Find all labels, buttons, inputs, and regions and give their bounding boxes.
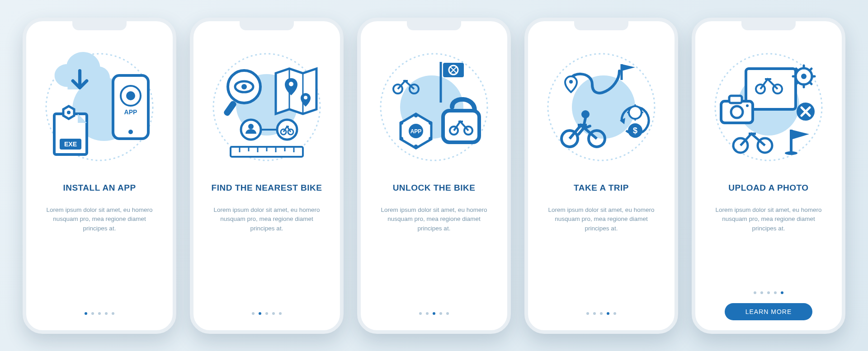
svg-point-51 <box>400 137 403 140</box>
dot-4[interactable] <box>105 312 108 315</box>
dot-2[interactable] <box>760 291 763 294</box>
svg-line-79 <box>796 69 798 70</box>
dot-2[interactable] <box>426 312 429 315</box>
dot-5[interactable] <box>781 291 783 294</box>
svg-text:EXE: EXE <box>64 140 77 148</box>
dot-1[interactable] <box>754 291 756 294</box>
phone-notch <box>574 21 628 30</box>
svg-point-22 <box>248 124 254 129</box>
phone-notch <box>407 21 461 30</box>
dot-3[interactable] <box>600 312 603 315</box>
dot-4[interactable] <box>607 312 609 315</box>
dot-3[interactable] <box>265 312 268 315</box>
slide-description: Lorem ipsum dolor sit amet, eu homero nu… <box>539 206 664 234</box>
svg-line-81 <box>796 82 798 84</box>
pagination-dots <box>419 312 449 315</box>
svg-rect-41 <box>443 111 479 142</box>
slide-description: Lorem ipsum dolor sit amet, eu homero nu… <box>372 206 496 234</box>
svg-point-50 <box>414 145 418 148</box>
svg-point-3 <box>128 130 133 134</box>
svg-rect-83 <box>721 101 753 123</box>
upload-photo-icon <box>705 44 832 170</box>
dot-5[interactable] <box>112 312 114 315</box>
slide-description: Lorem ipsum dolor sit amet, eu homero nu… <box>204 206 329 234</box>
svg-point-16 <box>241 84 247 89</box>
slide-title: TAKE A TRIP <box>574 183 629 193</box>
phone-notch <box>741 21 796 30</box>
onboarding-slide-3: APP UNLOCK THE BIKE Lorem ipsum dolor si… <box>357 18 511 334</box>
svg-text:$: $ <box>633 126 637 135</box>
svg-point-86 <box>746 104 749 107</box>
dot-5[interactable] <box>613 312 616 315</box>
svg-point-18 <box>289 82 293 86</box>
svg-point-23 <box>277 120 297 140</box>
slide-description: Lorem ipsum dolor sit amet, eu homero nu… <box>706 206 831 234</box>
pagination-dots <box>754 291 783 294</box>
svg-line-80 <box>810 82 811 84</box>
dot-4[interactable] <box>272 312 275 315</box>
onboarding-slide-5: UPLOAD A PHOTO Lorem ipsum dolor sit ame… <box>692 18 845 334</box>
dot-4[interactable] <box>774 291 777 294</box>
pagination-dots <box>586 312 616 315</box>
svg-text:APP: APP <box>124 108 137 116</box>
phone-notch <box>72 21 127 30</box>
onboarding-slide-2: FIND THE NEAREST BIKE Lorem ipsum dolor … <box>190 18 344 334</box>
pagination-dots <box>85 312 114 315</box>
dot-3[interactable] <box>98 312 101 315</box>
svg-point-91 <box>785 151 797 155</box>
dot-4[interactable] <box>439 312 442 315</box>
onboarding-slide-4: $ TAKE A TRIP Lorem ipsum dolor sit amet… <box>524 18 678 334</box>
phone-notch <box>240 21 294 30</box>
dot-5[interactable] <box>279 312 282 315</box>
svg-point-61 <box>629 106 642 119</box>
svg-point-74 <box>801 74 807 79</box>
slide-title: FIND THE NEAREST BIKE <box>212 183 322 193</box>
svg-point-55 <box>569 80 573 84</box>
svg-text:APP: APP <box>410 128 422 135</box>
unlock-bike-icon: APP <box>371 44 497 170</box>
slide-description: Lorem ipsum dolor sit amet, eu homero nu… <box>37 206 162 234</box>
svg-line-82 <box>810 69 811 70</box>
dot-2[interactable] <box>259 312 261 315</box>
svg-rect-17 <box>223 100 237 117</box>
slide-title: UNLOCK THE BIKE <box>393 183 476 193</box>
take-trip-icon: $ <box>538 44 665 170</box>
onboarding-slide-1: APP EXE INSTALL AN APP Lorem ipsum dolor… <box>23 18 176 334</box>
slide-title: UPLOAD A PHOTO <box>728 183 808 193</box>
svg-point-47 <box>414 114 418 117</box>
dot-3[interactable] <box>433 312 435 315</box>
learn-more-button[interactable]: LEARN MORE <box>725 303 813 320</box>
install-app-icon: APP EXE <box>36 44 163 170</box>
dot-3[interactable] <box>767 291 770 294</box>
svg-point-48 <box>429 121 432 125</box>
dot-2[interactable] <box>593 312 596 315</box>
svg-point-11 <box>67 111 71 114</box>
dot-1[interactable] <box>85 312 87 315</box>
find-bike-icon <box>203 44 330 170</box>
svg-point-5 <box>126 91 135 100</box>
dot-5[interactable] <box>446 312 449 315</box>
svg-point-49 <box>429 137 432 140</box>
dot-1[interactable] <box>586 312 589 315</box>
dot-2[interactable] <box>91 312 94 315</box>
slide-title: INSTALL AN APP <box>63 183 136 193</box>
dot-1[interactable] <box>419 312 422 315</box>
svg-rect-84 <box>729 96 742 103</box>
svg-point-19 <box>304 96 307 99</box>
dot-1[interactable] <box>252 312 255 315</box>
svg-point-52 <box>400 121 403 125</box>
pagination-dots <box>252 312 282 315</box>
